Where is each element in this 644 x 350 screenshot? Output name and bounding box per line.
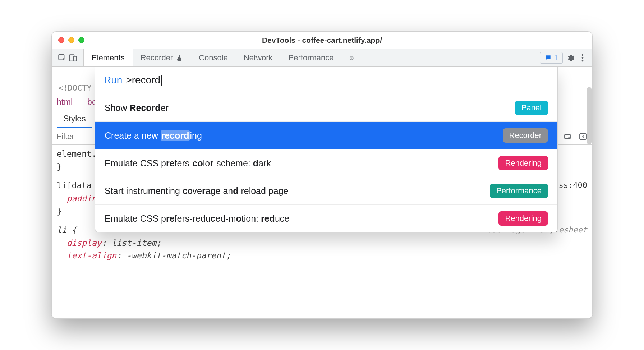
settings-icon[interactable]	[566, 53, 575, 63]
tab-label: Performance	[289, 53, 334, 63]
value: -webkit-match-parent	[126, 251, 226, 260]
result-label: Start instrumenting coverage and reload …	[105, 186, 289, 196]
devtools-window: DevTools - coffee-cart.netlify.app/ Elem…	[51, 31, 593, 319]
tab-recorder[interactable]: Recorder	[133, 49, 191, 66]
result-badge: Performance	[490, 184, 548, 198]
tab-label: Console	[199, 53, 228, 63]
subtab-styles[interactable]: Styles	[57, 110, 92, 128]
tab-console[interactable]: Console	[191, 49, 236, 66]
svg-point-4	[582, 57, 584, 59]
tab-network[interactable]: Network	[236, 49, 281, 66]
hover-states-icon[interactable]	[564, 132, 572, 141]
subtab-label: Styles	[63, 114, 86, 124]
issues-button[interactable]: 1	[540, 52, 563, 64]
result-label: Create a new recording	[105, 130, 202, 141]
source-link[interactable]: css:400	[554, 179, 587, 192]
brace: }	[57, 162, 62, 171]
flask-icon	[176, 54, 183, 62]
tab-label: Elements	[92, 53, 125, 63]
property: display	[67, 238, 102, 248]
command-input-row[interactable]: Run >record	[95, 67, 557, 94]
window-title: DevTools - coffee-cart.netlify.app/	[52, 36, 592, 45]
result-badge: Rendering	[498, 211, 548, 226]
property: text-align	[67, 251, 116, 260]
svg-rect-2	[73, 56, 77, 61]
result-label: Emulate CSS prefers-reduced-motion: redu…	[105, 213, 289, 224]
command-result[interactable]: Create a new recordingRecorder	[95, 122, 557, 149]
result-label: Show Recorder	[105, 103, 169, 113]
command-result[interactable]: Start instrumenting coverage and reload …	[95, 177, 557, 205]
tab-label: Network	[244, 53, 273, 63]
inspect-icon[interactable]	[58, 53, 67, 63]
result-label: Emulate CSS prefers-color-scheme: dark	[105, 158, 271, 169]
selector: li {	[57, 225, 77, 235]
svg-rect-6	[565, 134, 570, 139]
text-caret	[161, 75, 162, 86]
titlebar: DevTools - coffee-cart.netlify.app/	[52, 32, 592, 49]
issues-count: 1	[554, 54, 558, 62]
tab-elements[interactable]: Elements	[84, 49, 133, 66]
value: list-item	[111, 238, 156, 248]
more-menu-icon[interactable]	[578, 53, 587, 63]
property: paddin	[67, 194, 97, 203]
command-result[interactable]: Show RecorderPanel	[95, 94, 557, 122]
command-palette: Run >record Show RecorderPanelCreate a n…	[95, 67, 558, 232]
result-badge: Recorder	[503, 128, 548, 143]
main-area: <!DOCTY html bod Styles element.s }	[52, 67, 592, 318]
command-query: >record	[126, 74, 160, 86]
tab-label: Recorder	[141, 53, 173, 63]
result-badge: Panel	[515, 101, 548, 115]
command-prefix: Run	[104, 74, 122, 86]
breadcrumb-html[interactable]: html	[57, 97, 73, 107]
toggle-sidebar-icon[interactable]	[579, 132, 587, 141]
command-results: Show RecorderPanelCreate a new recording…	[95, 94, 557, 232]
tab-performance[interactable]: Performance	[281, 49, 342, 66]
brace: }	[57, 207, 62, 216]
result-badge: Rendering	[498, 156, 548, 170]
more-tabs[interactable]: »	[342, 49, 362, 66]
command-result[interactable]: Emulate CSS prefers-reduced-motion: redu…	[95, 205, 557, 232]
issues-icon	[544, 54, 552, 61]
device-toggle-icon[interactable]	[68, 53, 78, 63]
svg-point-3	[582, 54, 584, 56]
scrollbar[interactable]	[587, 87, 592, 144]
command-result[interactable]: Emulate CSS prefers-color-scheme: darkRe…	[95, 149, 557, 177]
svg-point-5	[582, 60, 584, 61]
tab-toolbar: Elements Recorder Console Network Perfor…	[52, 49, 592, 67]
chevrons-icon: »	[350, 53, 354, 63]
